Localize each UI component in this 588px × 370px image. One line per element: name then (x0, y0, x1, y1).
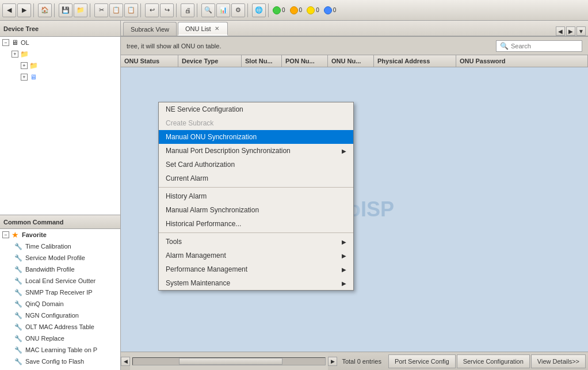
settings-button[interactable]: ⚙ (231, 3, 245, 17)
device-tree-header: Device Tree (0, 21, 120, 37)
save-button[interactable]: 💾 (59, 3, 72, 17)
scrollbar-thumb[interactable] (179, 358, 282, 365)
cmd-service-model-profile[interactable]: 🔧 Service Model Profile (0, 252, 120, 264)
wrench-icon-6: 🔧 (14, 299, 23, 308)
menu-current-alarm[interactable]: Current Alarm (159, 171, 353, 185)
service-configuration-btn[interactable]: Service Configuration (457, 354, 530, 368)
menu-sep-1 (159, 187, 353, 188)
tab-subrack-view[interactable]: Subrack View (123, 22, 177, 36)
common-command-label: Common Command (3, 219, 64, 226)
content-area[interactable]: ForoISP NE Service Configuration Create … (121, 67, 588, 352)
cmd-snmp-trap[interactable]: 🔧 SNMP Trap Receiver IP (0, 287, 120, 298)
menu-manual-alarm-sync[interactable]: Manual Alarm Synchronization (159, 203, 353, 217)
cmd-label-8: OLT MAC Address Table (25, 323, 94, 330)
copy-button[interactable]: 📋 (109, 3, 123, 17)
menu-sys-maintenance[interactable]: System Maintenance ▶ (159, 276, 353, 290)
tree-expander-3[interactable]: + (21, 74, 28, 81)
undo-button[interactable]: ↩ (145, 3, 159, 17)
toolbar-sep-7 (247, 3, 250, 17)
cmd-bandwidth-profile[interactable]: 🔧 Bandwidth Profile (0, 264, 120, 275)
cmd-mac-learning[interactable]: 🔧 MAC Learning Table on P (0, 344, 120, 356)
network-button[interactable]: 🌐 (252, 3, 266, 17)
cmd-qinq[interactable]: 🔧 QinQ Domain (0, 298, 120, 310)
wrench-icon-3: 🔧 (14, 265, 23, 274)
menu-history-alarm[interactable]: History Alarm (159, 189, 353, 203)
cmd-onu-replace[interactable]: 🔧 ONU Replace (0, 333, 120, 344)
cmd-label-1: Time Calibration (25, 243, 71, 250)
total-entries: Total 0 entries (342, 358, 381, 365)
view-details-btn[interactable]: View Details>> (531, 354, 586, 368)
menu-historical-perf[interactable]: Historical Performance... (159, 217, 353, 231)
menu-history-alarm-label: History Alarm (166, 192, 207, 200)
tree-item-1[interactable]: + 📁 (0, 48, 120, 60)
cut-button[interactable]: ✂ (94, 3, 108, 17)
chart-button[interactable]: 📊 (216, 3, 230, 17)
menu-ne-service[interactable]: NE Service Configuration (159, 102, 353, 116)
favorite-folder[interactable]: − ★ Favorite (0, 229, 120, 241)
cmd-save-config[interactable]: 🔧 Save Config to Flash (0, 356, 120, 367)
search-button[interactable]: 🔍 (201, 3, 215, 17)
tab-nav-menu[interactable]: ▼ (576, 26, 586, 36)
scroll-left-btn[interactable]: ◀ (121, 357, 130, 366)
h-scrollbar[interactable] (130, 352, 328, 370)
menu-manual-onu-sync[interactable]: Manual ONU Synchronization (159, 130, 353, 144)
paste-button[interactable]: 📋 (124, 3, 138, 17)
tree-expander-1[interactable]: + (12, 51, 18, 58)
back-button[interactable]: ◀ (2, 3, 16, 17)
bottom-bar: ◀ ▶ Total 0 entries Port Service Config … (121, 352, 588, 370)
wrench-icon-5: 🔧 (14, 288, 23, 297)
cmd-label-10: MAC Learning Table on P (25, 346, 97, 353)
arrow-icon-1: ▶ (342, 148, 346, 154)
port-service-config-btn[interactable]: Port Service Config (388, 354, 456, 368)
cmd-local-end[interactable]: 🔧 Local End Service Outter (0, 275, 120, 287)
favorite-expander[interactable]: − (2, 231, 9, 238)
tab-nav-left[interactable]: ◀ (556, 26, 565, 36)
right-panel: Subrack View ONU List ✕ ◀ ▶ ▼ tree, it w… (121, 21, 588, 370)
arrow-icon-5: ▶ (342, 280, 346, 287)
tree-root-label: OL (21, 39, 29, 46)
toolbar-sep-2 (54, 3, 56, 17)
menu-perf-mgmt[interactable]: Performance Management ▶ (159, 262, 353, 276)
scrollbar-track[interactable] (132, 357, 326, 365)
tree-item-3[interactable]: + 🖥 (0, 71, 120, 83)
print-button[interactable]: 🖨 (181, 3, 194, 17)
tree-root[interactable]: − 🖥 OL (0, 37, 120, 48)
scroll-right-btn[interactable]: ▶ (328, 357, 337, 366)
open-button[interactable]: 📁 (74, 3, 87, 17)
tab-onu-list[interactable]: ONU List ✕ (178, 22, 228, 36)
menu-tools[interactable]: Tools ▶ (159, 235, 353, 249)
wrench-icon-11: 🔧 (14, 357, 23, 366)
tree-area[interactable]: − 🖥 OL + 📁 + 📁 + 🖥 (0, 37, 120, 215)
common-command-header: Common Command (0, 215, 120, 229)
menu-create-subrack-label: Create Subrack (166, 119, 213, 127)
wrench-icon-7: 🔧 (14, 311, 23, 320)
menu-alarm-mgmt[interactable]: Alarm Management ▶ (159, 249, 353, 262)
search-input[interactable] (511, 43, 578, 49)
toolbar: ◀ ▶ 🏠 💾 📁 ✂ 📋 📋 ↩ ↪ 🖨 🔍 📊 ⚙ 🌐 0 0 0 0 (0, 0, 588, 21)
status-yellow (307, 6, 315, 14)
cmd-time-calibration[interactable]: 🔧 Time Calibration (0, 241, 120, 252)
tree-expander-root[interactable]: − (2, 39, 9, 46)
table-header: ONU Status Device Type Slot Nu... PON Nu… (121, 55, 588, 67)
menu-manual-port-desc[interactable]: Manual Port Description Synchronization … (159, 144, 353, 158)
common-command-content[interactable]: − ★ Favorite 🔧 Time Calibration 🔧 Servic… (0, 229, 120, 370)
info-bar: tree, it will show all ONU on table. 🔍 (121, 37, 588, 55)
tab-nav-right[interactable]: ▶ (566, 26, 575, 36)
cmd-label-5: SNMP Trap Receiver IP (25, 289, 93, 296)
tab-onu-label: ONU List (185, 25, 211, 32)
forward-button[interactable]: ▶ (17, 3, 31, 17)
menu-set-card-auth[interactable]: Set Card Authorization (159, 158, 353, 171)
home-button[interactable]: 🏠 (38, 3, 52, 17)
wrench-icon-9: 🔧 (14, 334, 23, 343)
menu-sys-maintenance-label: System Maintenance (166, 279, 230, 287)
wrench-icon-4: 🔧 (14, 276, 23, 285)
cmd-ngn[interactable]: 🔧 NGN Configuration (0, 310, 120, 321)
cmd-olt-mac[interactable]: 🔧 OLT MAC Address Table (0, 321, 120, 333)
tab-onu-close[interactable]: ✕ (213, 25, 220, 32)
search-box[interactable]: 🔍 (496, 40, 582, 52)
tree-item-2[interactable]: + 📁 (0, 60, 120, 71)
status-blue-label: 0 (333, 7, 337, 13)
redo-button[interactable]: ↪ (160, 3, 174, 17)
wrench-icon-2: 🔧 (14, 253, 23, 262)
tree-expander-2[interactable]: + (21, 62, 28, 69)
